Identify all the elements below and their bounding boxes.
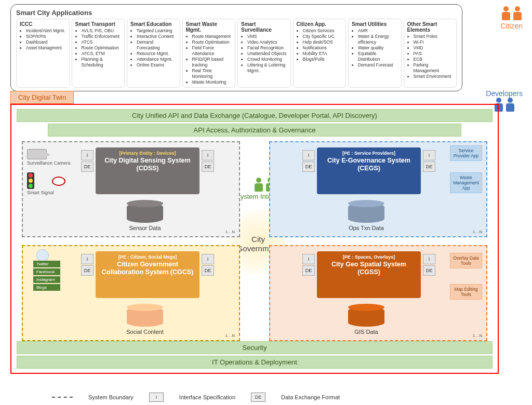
app-item: Real Time Monitoring bbox=[192, 68, 232, 79]
legend-system-boundary: System Boundary bbox=[88, 394, 134, 400]
app-item: Field Force Attendance bbox=[192, 45, 232, 57]
app-column-header: Smart Transport bbox=[75, 21, 122, 27]
app-item: ECB bbox=[414, 57, 454, 62]
person-icon bbox=[512, 6, 523, 21]
app-column-header: Smart Utilities bbox=[352, 21, 398, 27]
smart-signal: Smart Signal bbox=[27, 172, 54, 195]
app-column: ICCCIncident/Alert Mgmt.SOP/KPIsDashboar… bbox=[16, 19, 70, 88]
app-item: City Specific UC bbox=[303, 34, 343, 39]
app-item: Route Optimisation bbox=[192, 39, 232, 45]
developers-label: Developers bbox=[486, 89, 523, 98]
app-column-header: Smart Waste Mgmt. bbox=[186, 21, 232, 33]
app-column: Smart UtilitiesAMRWater & Energy efficie… bbox=[348, 19, 402, 88]
router-icon bbox=[52, 177, 65, 186]
multiplicity: 1…N bbox=[473, 230, 482, 234]
data-exchange-box: DE bbox=[81, 265, 94, 276]
app-item: Help desk/SOS bbox=[303, 39, 343, 45]
citizen-badge: Citizen bbox=[500, 6, 523, 30]
app-item: Smart Poles bbox=[414, 34, 454, 39]
multiplicity: 1…N bbox=[473, 333, 482, 338]
security-bar: Security bbox=[17, 341, 493, 354]
smart-city-apps-panel: Smart City Applications ICCCIncident/Ale… bbox=[10, 4, 462, 91]
social-source: Facebook bbox=[33, 268, 60, 275]
app-item: Facial Recognition bbox=[247, 45, 287, 51]
app-item: AFCS, ETM bbox=[82, 51, 122, 57]
sensor-data-db: Sensor Data bbox=[116, 203, 174, 231]
social-sources: TwitterFacebookInstagramBlogs bbox=[33, 261, 60, 291]
app-item: Equitable Distribution bbox=[358, 51, 398, 62]
cgss-pe: [PE : Spaces, Overlays] bbox=[320, 254, 418, 260]
person-icon bbox=[505, 98, 515, 112]
app-item: Route Management bbox=[192, 34, 232, 39]
app-item: Asset Managment bbox=[26, 45, 66, 51]
cdss-name: City Digital Sensing System (CDSS) bbox=[99, 157, 196, 172]
city-digital-twin-box: City Unified API and Data Exchange (Cata… bbox=[10, 104, 499, 374]
unified-api-bar: City Unified API and Data Exchange (Cata… bbox=[17, 109, 493, 122]
app-column-header: Smart Education bbox=[130, 21, 177, 27]
map-editing-tools: Map Editing Tools bbox=[450, 284, 482, 300]
app-column-header: Citizen App. bbox=[297, 21, 343, 27]
data-exchange-box: DE bbox=[302, 265, 315, 276]
app-column: Smart TransportAVLS, PIS, OBUTraffic Enf… bbox=[72, 19, 125, 88]
waste-mgmt-app: Waste Management App bbox=[450, 172, 482, 193]
app-item: Incident/Alert Mgmt. bbox=[26, 28, 66, 34]
app-item: Unattended Objects bbox=[247, 51, 287, 57]
app-column-header: Smart Surveillance bbox=[241, 21, 287, 33]
legend-data-exchange: Data Exchange Format bbox=[281, 394, 340, 400]
service-provider-app: Service Provider App bbox=[450, 145, 482, 161]
overlay-data-tools: Overlay Data Tools bbox=[450, 253, 482, 268]
gis-data-db: GIS Data bbox=[338, 307, 395, 335]
app-item: Targeted Learning bbox=[137, 28, 177, 34]
app-item: AVLS, PIS, OBU bbox=[82, 28, 122, 34]
cdss-system-box: [Primary Entity : Devices] City Digital … bbox=[96, 147, 200, 194]
cegs-name: City E-Governance System (CEGS) bbox=[320, 157, 418, 172]
app-column-header: ICCC bbox=[20, 21, 66, 27]
interface-box: I bbox=[81, 254, 94, 264]
app-item: Water & Energy efficiency bbox=[358, 34, 398, 45]
interface-legend-box: I bbox=[149, 393, 164, 402]
app-item: Parking Management bbox=[414, 62, 454, 74]
legend-interface: Interface Specification bbox=[179, 394, 235, 400]
app-item: PAS bbox=[414, 51, 454, 57]
citizen-label: Citizen bbox=[500, 22, 523, 30]
data-exchange-box: DE bbox=[423, 265, 435, 276]
app-item: Crowd Monitoring bbox=[247, 57, 287, 62]
surveillance-camera: Surveillance Camera bbox=[27, 149, 71, 166]
app-item: Waste Monitoring bbox=[192, 79, 232, 85]
app-item: SOP/KPIs bbox=[26, 34, 66, 39]
dashed-line-icon bbox=[52, 397, 73, 398]
cgss-system-box: [PE : Spaces, Overlays] City Geo Spatial… bbox=[317, 251, 421, 298]
app-item: Notifications bbox=[303, 45, 343, 51]
app-item: Interactive Content bbox=[137, 34, 177, 39]
app-item: Mobility ETA bbox=[303, 51, 343, 57]
cgcs-pe: [PE : Citizen, Social Msgs] bbox=[99, 254, 196, 260]
multiplicity: 1…N bbox=[225, 333, 235, 338]
city-digital-twin-label: City Digital Twin bbox=[10, 91, 74, 104]
traffic-light-icon bbox=[27, 172, 34, 189]
app-item: Online Exams bbox=[137, 62, 177, 68]
interface-box: I bbox=[302, 150, 315, 160]
data-exchange-box: DE bbox=[202, 265, 214, 276]
de-legend-box: DE bbox=[251, 393, 265, 402]
app-item: Planning & Scheduling bbox=[82, 57, 122, 68]
app-item: Attendance Mgmt. bbox=[137, 57, 177, 62]
person-icon bbox=[501, 6, 511, 21]
data-exchange-box: DE bbox=[302, 161, 315, 172]
app-item: VMS bbox=[247, 34, 287, 39]
app-item: Smart Environment bbox=[414, 74, 454, 79]
cgcs-system-box: [PE : Citizen, Social Msgs] Citizen Gove… bbox=[96, 251, 200, 298]
app-column: Smart SurveillanceVMSVideo AnalyticsFaci… bbox=[237, 19, 291, 88]
app-item: Video Analytics bbox=[247, 39, 287, 45]
it-ops-bar: IT Operations & Deployment bbox=[17, 356, 493, 369]
interface-box: I bbox=[302, 254, 315, 264]
cegs-pe: [PE : Service Providers] bbox=[320, 151, 418, 156]
app-column: Citizen App.Citizen ServicesCity Specifi… bbox=[293, 19, 347, 88]
app-item: Resource Mgmt. bbox=[137, 51, 177, 57]
interface-box: I bbox=[81, 150, 94, 160]
app-item: Demand Forecast bbox=[358, 62, 398, 68]
social-content-db: Social Content bbox=[116, 307, 174, 335]
apps-title: Smart City Applications bbox=[16, 9, 457, 17]
data-exchange-box: DE bbox=[423, 161, 435, 172]
interface-box: I bbox=[423, 150, 435, 160]
app-item: Dashboard bbox=[26, 39, 66, 45]
